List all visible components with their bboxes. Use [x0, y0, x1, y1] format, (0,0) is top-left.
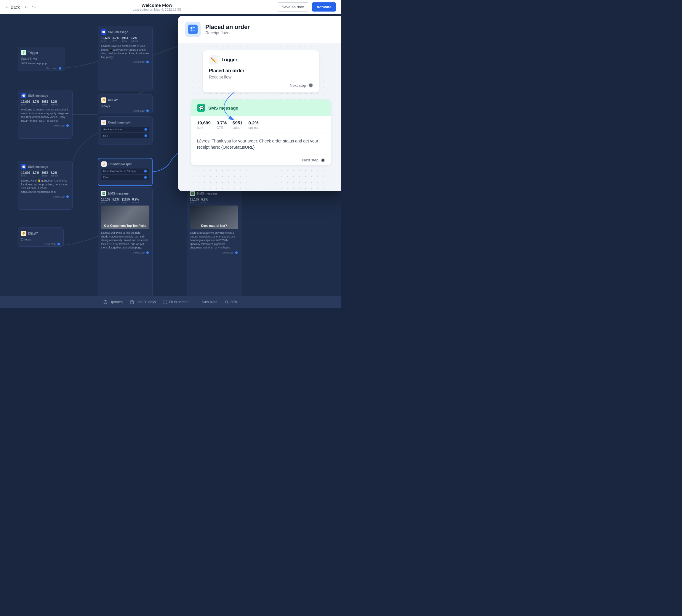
last30-item[interactable]: Last 30 days	[130, 300, 156, 304]
detail-trigger-next: Next step	[209, 83, 313, 88]
sms-stat-optout: 0.2% opt-out	[248, 120, 258, 129]
svg-rect-2	[193, 27, 195, 28]
back-button[interactable]: ← Back	[5, 4, 20, 10]
node-header: 💬 SMS message	[101, 29, 149, 34]
panel-subtitle: Receipt flow	[205, 30, 250, 35]
sms-message-body: Lèvres: Thank you for your order. Check …	[191, 134, 331, 155]
delay-node-2-bg[interactable]: ⏱ DELAY 2 hours Next step	[18, 228, 64, 247]
detail-trigger-node[interactable]: ✏️ Trigger Placed an order Receipt flow …	[203, 50, 319, 92]
zoom-item[interactable]: 30%	[225, 300, 237, 304]
detail-panel-header: Placed an order Receipt flow	[178, 16, 341, 43]
node-title: SMS message	[28, 165, 48, 168]
fit-item[interactable]: Fit to screen	[163, 300, 188, 304]
relay-next-dot[interactable]	[146, 109, 149, 113]
sms-node-icon: 💬	[197, 104, 205, 112]
activate-button[interactable]: Activate	[312, 2, 336, 11]
relay-days: 3 days	[101, 104, 149, 108]
sms-node-1-bg[interactable]: 💬 SMS message 19,699sent 3.7%CTR $951sal…	[98, 26, 153, 91]
node-title: Conditional split	[109, 163, 132, 166]
detail-trigger-next-dot[interactable]	[309, 83, 313, 88]
delay-icon: ⏱	[21, 231, 26, 236]
sms1-text: Lèvres: Save our contact card in your ph…	[101, 44, 149, 59]
sms-stat-sales-val: $951	[232, 120, 242, 125]
autoalign-item[interactable]: Auto align	[196, 300, 217, 304]
cond-icon: ⚡	[101, 161, 107, 167]
sms-node-title: SMS message	[208, 105, 238, 111]
node-header: ⚡ Conditional split	[101, 120, 149, 125]
sms4-next-dot[interactable]	[66, 195, 69, 198]
mms2-next-dot[interactable]	[235, 251, 238, 254]
align-icon	[196, 300, 200, 304]
trigger-sub: SMS Welcome popup	[21, 62, 62, 66]
mms1-next-dot[interactable]	[146, 251, 149, 254]
zoom-label: 30%	[230, 300, 237, 304]
sms2-next-dot[interactable]	[66, 124, 69, 127]
mms1-next: Next step	[101, 251, 149, 254]
node-header: T Trigger	[21, 50, 62, 55]
mms-icon: 🖼	[101, 191, 106, 196]
sms-next: Next step	[191, 155, 331, 165]
sms2-next: Next step	[21, 124, 69, 127]
mms2-overlay-text: Does natural last?	[190, 224, 238, 228]
cond2-f1-dot[interactable]	[144, 169, 147, 173]
trigger-next-dot[interactable]	[59, 67, 62, 70]
flow-canvas[interactable]: T Trigger Opted-in via SMS Welcome popup…	[0, 14, 341, 296]
bottombar: Updates Last 30 days Fit to screen Auto …	[0, 296, 341, 308]
node-header: 🖼 MMS message	[190, 191, 238, 196]
sms-icon: 💬	[21, 93, 26, 98]
cond-node-1-bg[interactable]: ⚡ Conditional split Has items in cart El…	[98, 116, 153, 144]
relay-next: Next step	[101, 109, 149, 113]
cond1-f2-dot[interactable]	[144, 134, 147, 137]
relay-icon: ⏱	[101, 97, 106, 103]
flow-title: Welcome Flow	[133, 3, 181, 8]
detail-node-header: ✏️ Trigger	[209, 55, 313, 65]
undo-button[interactable]: ↩	[23, 3, 30, 11]
sms-next-dot[interactable]	[321, 158, 325, 162]
undo-redo-group: ↩ ↪	[23, 3, 37, 11]
save-draft-button[interactable]: Save as draft	[277, 2, 310, 11]
panel-title: Placed an order	[205, 24, 250, 30]
zoom-icon	[225, 300, 229, 304]
detail-trigger-label: Trigger	[221, 57, 237, 63]
redo-button[interactable]: ↪	[31, 3, 37, 11]
node-stats: 15,135sent 5.2%CTR $1255sales 8.2%opt-ou…	[101, 198, 149, 204]
cond-node-2-bg[interactable]: ⚡ Conditional split Has placed order in …	[98, 158, 153, 186]
node-header: ⏱ RELAY	[101, 97, 149, 103]
updates-item[interactable]: Updates	[104, 300, 123, 304]
sms-node-4-bg[interactable]: 💬 SMS message 19,699sent 3.7%CTR $952sal…	[18, 161, 73, 210]
node-title: Trigger	[28, 51, 38, 54]
delay2-next-dot[interactable]	[57, 242, 61, 246]
mms2-image: Does natural last?	[190, 206, 238, 229]
autoalign-label: Auto align	[202, 300, 217, 304]
order-icon	[190, 26, 196, 32]
fit-icon	[163, 300, 167, 304]
cond2-f2-dot[interactable]	[144, 175, 147, 179]
detail-sms-node[interactable]: 💬 SMS message 19,699 sent 3.7% CTR $951 …	[191, 99, 331, 165]
mms-node-2-bg[interactable]: 🖼 MMS message 15,135sent 5.2%CTR Does na…	[187, 187, 242, 296]
node-header: ⏱ DELAY	[21, 231, 61, 236]
mms2-text: Lèvres: Because we only use clean & natu…	[190, 231, 238, 250]
mms-node-1-bg[interactable]: 🖼 MMS message 15,135sent 5.2%CTR $1255sa…	[98, 187, 153, 296]
sms-node-header: 💬 SMS message	[191, 99, 331, 116]
detail-trigger-body: Placed an order	[209, 68, 313, 73]
sms-stat-ctr-label: CTR	[217, 126, 227, 129]
panel-title-group: Placed an order Receipt flow	[205, 24, 250, 35]
relay-node-bg[interactable]: ⏱ RELAY 3 days Next step	[98, 94, 153, 113]
topbar-right: Save as draft Activate	[277, 2, 336, 11]
sms-node-2-bg[interactable]: 💬 SMS message 19,699sent 3.7%CTR $951sal…	[18, 90, 73, 139]
trigger-node-bg[interactable]: T Trigger Opted-in via SMS Welcome popup…	[18, 47, 65, 70]
svg-rect-0	[191, 27, 192, 29]
sms1-next-dot[interactable]	[146, 60, 149, 64]
node-title: MMS message	[108, 192, 129, 195]
cond1-field1: Has items in cart	[101, 127, 149, 132]
fit-label: Fit to screen	[169, 300, 188, 304]
sms-stat-sent-val: 19,699	[197, 120, 211, 125]
sms-stat-sent-label: sent	[197, 126, 211, 129]
cond1-f1-dot[interactable]	[144, 128, 147, 131]
svg-point-8	[225, 301, 228, 303]
sms-stat-optout-label: opt-out	[248, 126, 258, 129]
node-header: 💬 SMS message	[21, 93, 69, 98]
node-stats: 15,135sent 5.2%CTR	[190, 198, 238, 204]
sms-stat-sent: 19,699 sent	[197, 120, 211, 129]
sms-next-label: Next step	[302, 158, 318, 162]
